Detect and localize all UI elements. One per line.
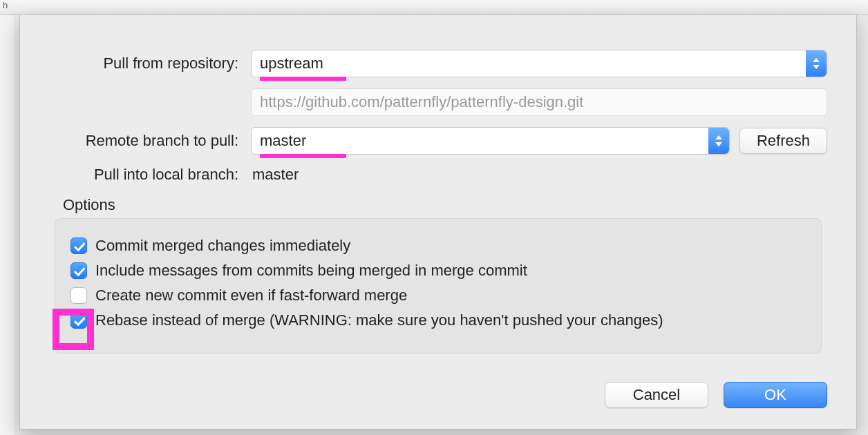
option-create-commit-ff[interactable]: Create new commit even if fast-forward m… (70, 285, 806, 306)
repository-url-field: https://github.com/patternfly/patternfly… (251, 88, 827, 116)
row-local-branch: Pull into local branch: master (49, 166, 827, 184)
repository-select-value: upstream (260, 55, 323, 72)
dialog-footer: Cancel OK (605, 382, 827, 408)
option-label: Include messages from commits being merg… (95, 260, 527, 281)
ok-button[interactable]: OK (724, 382, 827, 408)
ok-button-label: OK (764, 386, 786, 404)
titlebar-text: h (3, 0, 8, 10)
refresh-button-label: Refresh (757, 132, 810, 150)
stepper-icon (806, 50, 827, 77)
cancel-button-label: Cancel (633, 386, 680, 404)
checkbox-commit-immediately[interactable] (70, 238, 87, 254)
checkbox-rebase-instead[interactable] (70, 312, 87, 329)
highlight-underline-branch (260, 154, 346, 158)
label-pull-from-repository: Pull from repository: (49, 55, 251, 72)
highlight-underline-repo (260, 77, 346, 81)
remote-branch-select[interactable]: master (251, 127, 730, 155)
option-label: Commit merged changes immediately (95, 235, 350, 256)
cancel-button[interactable]: Cancel (605, 382, 708, 408)
background-window-edge (0, 0, 15, 435)
options-group: Commit merged changes immediately Includ… (55, 218, 822, 354)
refresh-button[interactable]: Refresh (739, 128, 827, 154)
checkbox-create-commit-ff[interactable] (70, 287, 87, 304)
window-titlebar: h (0, 0, 868, 15)
row-pull-from-repository: Pull from repository: upstream (49, 50, 827, 77)
form: Pull from repository: upstream https: (20, 15, 856, 354)
option-include-messages[interactable]: Include messages from commits being merg… (70, 260, 806, 281)
repository-select[interactable]: upstream (251, 50, 827, 77)
pull-dialog-sheet: Pull from repository: upstream https: (19, 15, 857, 429)
option-label: Create new commit even if fast-forward m… (95, 285, 407, 306)
row-remote-branch: Remote branch to pull: master Refresh (49, 127, 827, 155)
repository-url-value: https://github.com/patternfly/patternfly… (260, 93, 583, 111)
options-group-label: Options (63, 196, 827, 214)
label-local-branch: Pull into local branch: (49, 166, 251, 184)
row-repository-url: https://github.com/patternfly/patternfly… (49, 88, 827, 116)
option-label: Rebase instead of merge (WARNING: make s… (95, 310, 663, 331)
label-remote-branch: Remote branch to pull: (49, 132, 251, 150)
option-rebase-instead[interactable]: Rebase instead of merge (WARNING: make s… (70, 310, 806, 331)
local-branch-value: master (251, 166, 299, 184)
checkbox-include-messages[interactable] (70, 262, 87, 279)
stepper-icon (708, 128, 729, 154)
option-commit-immediately[interactable]: Commit merged changes immediately (70, 235, 806, 256)
remote-branch-value: master (260, 132, 306, 149)
